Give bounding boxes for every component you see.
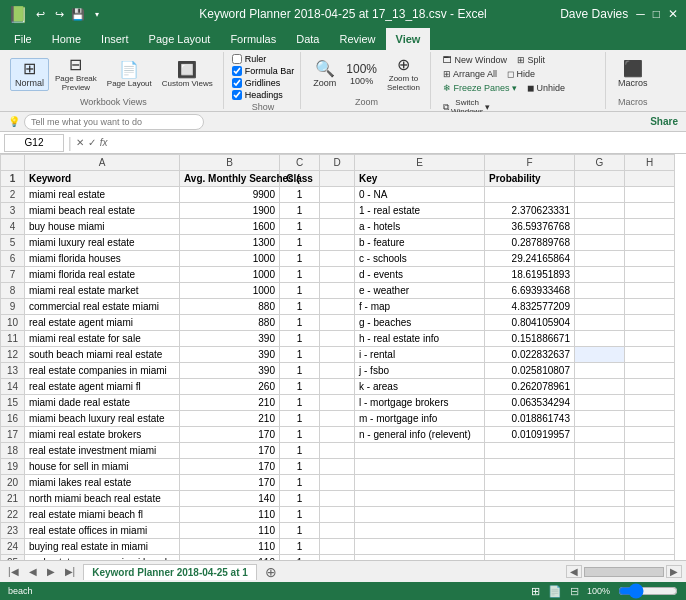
tab-formulas[interactable]: Formulas	[220, 28, 286, 50]
cell-h5[interactable]	[625, 235, 675, 251]
cell-g20[interactable]	[575, 475, 625, 491]
share-button[interactable]: Share	[650, 116, 678, 127]
cell-e13[interactable]: j - fsbo	[355, 363, 485, 379]
cell-c14[interactable]: 1	[280, 379, 320, 395]
cell-c1[interactable]: Class	[280, 171, 320, 187]
sheet-tab-1[interactable]: Keyword Planner 2018-04-25 at 1	[83, 564, 257, 580]
cell-e11[interactable]: h - real estate info	[355, 331, 485, 347]
cell-b14[interactable]: 260	[180, 379, 280, 395]
cell-b20[interactable]: 170	[180, 475, 280, 491]
arrange-all-button[interactable]: ⊞ Arrange All	[439, 68, 501, 80]
zoom-selection-button[interactable]: ⊕ Zoom toSelection	[383, 55, 424, 94]
cell-f14[interactable]: 0.262078961	[485, 379, 575, 395]
cell-h6[interactable]	[625, 251, 675, 267]
cell-e10[interactable]: g - beaches	[355, 315, 485, 331]
cell-a19[interactable]: house for sell in miami	[25, 459, 180, 475]
cell-c22[interactable]: 1	[280, 507, 320, 523]
headings-check[interactable]	[232, 90, 242, 100]
cell-a5[interactable]: miami luxury real estate	[25, 235, 180, 251]
cell-g14[interactable]	[575, 379, 625, 395]
col-header-g[interactable]: G	[575, 155, 625, 171]
close-button[interactable]: ✕	[668, 7, 678, 21]
new-window-button[interactable]: 🗔 New Window	[439, 54, 511, 66]
cell-d19[interactable]	[320, 459, 355, 475]
split-button[interactable]: ⊞ Split	[513, 54, 549, 66]
cell-h21[interactable]	[625, 491, 675, 507]
cell-e2[interactable]: 0 - NA	[355, 187, 485, 203]
cell-a21[interactable]: north miami beach real estate	[25, 491, 180, 507]
next-sheet-button[interactable]: ▶	[43, 565, 59, 578]
cell-c17[interactable]: 1	[280, 427, 320, 443]
cell-g8[interactable]	[575, 283, 625, 299]
cell-b8[interactable]: 1000	[180, 283, 280, 299]
cell-h2[interactable]	[625, 187, 675, 203]
cell-a9[interactable]: commercial real estate miami	[25, 299, 180, 315]
cell-d22[interactable]	[320, 507, 355, 523]
cell-d5[interactable]	[320, 235, 355, 251]
cell-d25[interactable]	[320, 555, 355, 561]
cell-g11[interactable]	[575, 331, 625, 347]
cell-f24[interactable]	[485, 539, 575, 555]
cell-d6[interactable]	[320, 251, 355, 267]
cell-f7[interactable]: 18.61951893	[485, 267, 575, 283]
tab-view[interactable]: View	[386, 28, 431, 50]
zoom-slider[interactable]	[618, 586, 678, 596]
normal-view-status-button[interactable]: ⊞	[531, 585, 540, 598]
cell-e8[interactable]: e - weather	[355, 283, 485, 299]
tab-insert[interactable]: Insert	[91, 28, 139, 50]
cell-f10[interactable]: 0.804105904	[485, 315, 575, 331]
cell-a3[interactable]: miami beach real estate	[25, 203, 180, 219]
cell-e12[interactable]: i - rental	[355, 347, 485, 363]
col-header-c[interactable]: C	[280, 155, 320, 171]
minimize-button[interactable]: ─	[636, 7, 645, 21]
cell-f20[interactable]	[485, 475, 575, 491]
cell-e9[interactable]: f - map	[355, 299, 485, 315]
cell-f22[interactable]	[485, 507, 575, 523]
cell-g24[interactable]	[575, 539, 625, 555]
cell-b9[interactable]: 880	[180, 299, 280, 315]
cell-b17[interactable]: 170	[180, 427, 280, 443]
cell-c21[interactable]: 1	[280, 491, 320, 507]
cell-c13[interactable]: 1	[280, 363, 320, 379]
formula-bar-check[interactable]	[232, 66, 242, 76]
cell-a7[interactable]: miami florida real estate	[25, 267, 180, 283]
cell-e22[interactable]	[355, 507, 485, 523]
cell-h22[interactable]	[625, 507, 675, 523]
save-button[interactable]: 💾	[70, 6, 86, 22]
cell-e14[interactable]: k - areas	[355, 379, 485, 395]
cell-b19[interactable]: 170	[180, 459, 280, 475]
cell-h15[interactable]	[625, 395, 675, 411]
headings-checkbox[interactable]: Headings	[232, 90, 283, 100]
redo-button[interactable]: ↪	[51, 6, 67, 22]
sheet-grid[interactable]: A B C D E F G H 1 Keyword Avg	[0, 154, 686, 560]
cell-a12[interactable]: south beach miami real estate	[25, 347, 180, 363]
cell-b12[interactable]: 390	[180, 347, 280, 363]
cell-a1[interactable]: Keyword	[25, 171, 180, 187]
ruler-check[interactable]	[232, 54, 242, 64]
cell-f21[interactable]	[485, 491, 575, 507]
page-break-preview-button[interactable]: ⊟ Page BreakPreview	[51, 55, 101, 94]
scroll-left-button[interactable]: ◀	[566, 565, 582, 578]
cell-e18[interactable]	[355, 443, 485, 459]
cell-b3[interactable]: 1900	[180, 203, 280, 219]
cell-f11[interactable]: 0.151886671	[485, 331, 575, 347]
cell-c2[interactable]: 1	[280, 187, 320, 203]
cell-b10[interactable]: 880	[180, 315, 280, 331]
cell-h12[interactable]	[625, 347, 675, 363]
cell-b25[interactable]: 110	[180, 555, 280, 561]
restore-button[interactable]: □	[653, 7, 660, 21]
freeze-panes-button[interactable]: ❄ Freeze Panes ▾	[439, 82, 521, 94]
cell-a23[interactable]: real estate offices in miami	[25, 523, 180, 539]
cell-a10[interactable]: real estate agent miami	[25, 315, 180, 331]
cell-e16[interactable]: m - mortgage info	[355, 411, 485, 427]
macros-button[interactable]: ⬛ Macros	[614, 59, 652, 90]
confirm-formula-icon[interactable]: ✓	[88, 137, 96, 148]
tab-page-layout[interactable]: Page Layout	[139, 28, 221, 50]
cell-b15[interactable]: 210	[180, 395, 280, 411]
cell-g25[interactable]	[575, 555, 625, 561]
gridlines-checkbox[interactable]: Gridlines	[232, 78, 281, 88]
cell-g13[interactable]	[575, 363, 625, 379]
cell-e24[interactable]	[355, 539, 485, 555]
cell-h24[interactable]	[625, 539, 675, 555]
layout-view-status-button[interactable]: 📄	[548, 585, 562, 598]
